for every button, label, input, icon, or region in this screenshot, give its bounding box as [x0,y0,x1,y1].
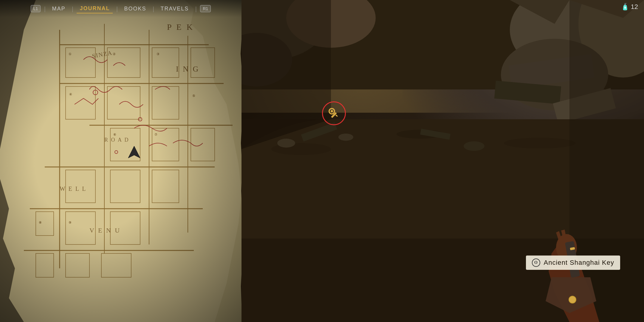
svg-text:⑨: ⑨ [69,221,72,224]
svg-text:W E L L: W E L L [60,185,86,192]
nav-divider-4: | [153,5,154,12]
key-indicator [322,101,346,125]
item-icon: 🧴 [621,3,629,11]
nav-travels-button[interactable]: TRAVELS [158,4,192,13]
map-panel: P E K I N G R O A D W E L L V E N U SINZ… [0,0,242,322]
nav-books-button[interactable]: BOOKS [121,4,149,13]
nav-journal-button[interactable]: JOURNAL [77,4,113,13]
nav-divider-2: | [72,5,73,12]
weapon-svg [495,188,644,322]
svg-text:⑦: ⑦ [154,133,157,136]
svg-point-79 [569,296,576,303]
item-count: 12 [631,3,638,11]
weapon-overlay [495,188,644,322]
svg-point-67 [464,141,484,151]
nav-map-button[interactable]: MAP [49,4,68,13]
svg-point-64 [504,138,575,148]
nav-divider-5: | [195,5,196,12]
game-panel: 🧴 12 O Ancient Shanghai Key [242,0,644,322]
pickup-item-name: Ancient Shanghai Key [544,259,614,267]
r1-button[interactable]: R1 [200,5,211,12]
torn-edge [230,0,242,322]
svg-text:⑤: ⑤ [192,94,195,97]
svg-point-65 [277,139,295,148]
svg-text:I N G: I N G [176,65,199,73]
hud-counter: 🧴 12 [621,3,638,11]
map-svg: P E K I N G R O A D W E L L V E N U SINZ… [0,0,242,322]
svg-text:⑥: ⑥ [113,133,116,136]
l1-button[interactable]: L1 [31,5,41,12]
nav-bar: L1 | MAP | JOURNAL | BOOKS | TRAVELS | R… [0,0,242,17]
svg-point-74 [331,110,333,112]
key-icon [326,106,341,121]
svg-text:②: ② [113,52,116,56]
svg-text:④: ④ [69,92,72,96]
main-container: P E K I N G R O A D W E L L V E N U SINZ… [0,0,644,322]
key-circle [322,101,346,125]
svg-text:P E K: P E K [167,22,194,32]
svg-point-66 [338,134,353,141]
nav-divider-3: | [116,5,117,12]
svg-text:③: ③ [157,52,160,56]
pickup-prompt: O Ancient Shanghai Key [526,256,620,270]
svg-text:V E N U: V E N U [89,227,121,234]
button-label: O [534,260,538,265]
pickup-button-icon[interactable]: O [532,258,540,267]
svg-text:R O A D: R O A D [104,137,129,143]
nav-divider-1: | [44,5,45,12]
svg-text:①: ① [69,52,72,56]
svg-text:⑧: ⑧ [39,221,42,224]
